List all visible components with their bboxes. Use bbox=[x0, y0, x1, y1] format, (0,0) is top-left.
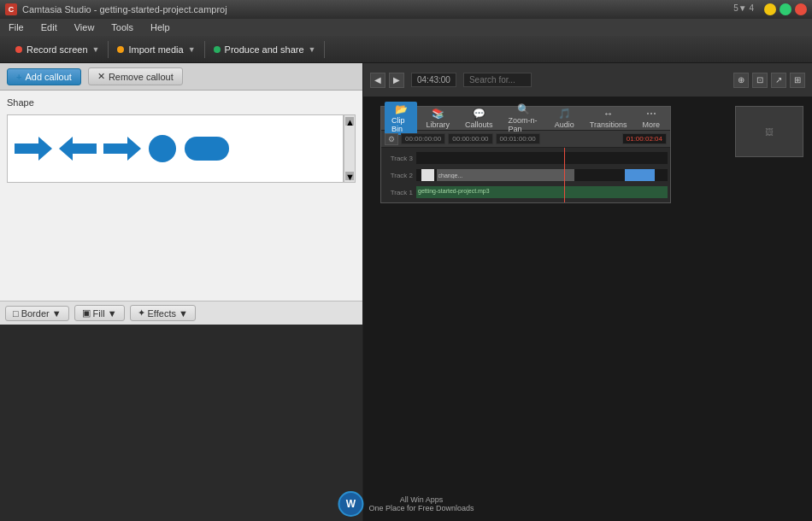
close-button[interactable] bbox=[795, 3, 807, 15]
menu-tools[interactable]: Tools bbox=[108, 20, 137, 34]
mini-ctrl-settings[interactable]: ⚙ bbox=[385, 133, 398, 145]
mini-track2-content: change... bbox=[416, 169, 668, 181]
callout-toolbar: + Add callout ✕ Remove callout bbox=[0, 63, 362, 91]
remove-callout-label: Remove callout bbox=[109, 72, 174, 82]
titlebar: C Camtasia Studio - getting-started-proj… bbox=[0, 0, 812, 19]
zoom-icon: 🔍 bbox=[517, 103, 530, 115]
mini-track3-content bbox=[416, 152, 668, 164]
effects-icon: ✦ bbox=[138, 307, 145, 319]
mini-time-start: 00:00:00:00 bbox=[401, 133, 445, 144]
main-toolbar: Record screen ▼ Import media ▼ Produce a… bbox=[0, 36, 812, 63]
mini-editor: 📂 Clip Bin 📚 Library 💬 Callouts 🔍 Zoom-n… bbox=[380, 106, 671, 203]
shape-circle[interactable] bbox=[148, 134, 177, 163]
format-toolbar: □ Border ▼ ▣ Fill ▼ ✦ Effects ▼ bbox=[0, 301, 362, 325]
watermark-logo: W bbox=[338, 491, 363, 517]
produce-share-button[interactable]: Produce and share ▼ bbox=[205, 41, 326, 58]
mini-tab-library[interactable]: 📚 Library bbox=[419, 106, 456, 131]
preview-forward-button[interactable]: ▶ bbox=[389, 73, 404, 88]
preview-icon4[interactable]: ⊞ bbox=[790, 73, 805, 88]
mini-track2-label: Track 2 bbox=[384, 172, 416, 179]
shape-grid bbox=[7, 114, 344, 183]
window-controls: 5▼ 4 bbox=[733, 3, 807, 15]
callouts-icon: 💬 bbox=[473, 108, 485, 120]
mini-track3-label: Track 3 bbox=[384, 155, 416, 162]
border-icon: □ bbox=[13, 308, 19, 319]
effects-button[interactable]: ✦ Effects ▼ bbox=[130, 305, 196, 321]
mini-track-3: Track 3 bbox=[384, 150, 668, 166]
border-button[interactable]: □ Border ▼ bbox=[5, 306, 69, 321]
window-size: 5▼ 4 bbox=[733, 3, 754, 15]
mini-tab-zoom[interactable]: 🔍 Zoom-n-Pan bbox=[502, 102, 546, 135]
scroll-up[interactable]: ▲ bbox=[345, 117, 354, 126]
import-media-button[interactable]: Import media ▼ bbox=[109, 41, 204, 58]
watermark-text: All Win AppsOne Place for Free Downloads bbox=[368, 495, 474, 512]
effects-arrow: ▼ bbox=[179, 308, 188, 319]
shape-scrollbar[interactable]: ▲ ▼ bbox=[344, 114, 356, 183]
maximize-button[interactable] bbox=[780, 3, 791, 15]
minimize-button[interactable] bbox=[764, 3, 776, 15]
menu-edit[interactable]: Edit bbox=[38, 20, 61, 34]
record-screen-button[interactable]: Record screen ▼ bbox=[7, 41, 109, 58]
mini-time-mid: 00:00:00:00 bbox=[448, 133, 492, 144]
left-panel: + Add callout ✕ Remove callout Shape bbox=[0, 63, 363, 521]
record-indicator bbox=[15, 46, 22, 53]
produce-share-label: Produce and share bbox=[225, 44, 304, 55]
preview-thumbnail: 🖼 bbox=[735, 106, 803, 157]
more-icon: ⋯ bbox=[646, 108, 656, 120]
shape-arrow-left[interactable] bbox=[59, 135, 97, 162]
mini-timeline-controls: ⚙ 00:00:00:00 00:00:00:00 00:01:00:00 01… bbox=[381, 131, 670, 148]
produce-indicator bbox=[214, 46, 221, 53]
mini-tab-callouts-label: Callouts bbox=[465, 120, 493, 129]
mini-clip-screen-label: change... bbox=[438, 173, 463, 179]
effects-label: Effects bbox=[148, 308, 176, 319]
mini-tab-callouts[interactable]: 💬 Callouts bbox=[458, 106, 500, 131]
menu-view[interactable]: View bbox=[71, 20, 98, 34]
svg-marker-2 bbox=[103, 137, 141, 161]
clip-bin-icon: 📂 bbox=[395, 103, 408, 115]
preview-icon3[interactable]: ↗ bbox=[771, 73, 786, 88]
plus-icon: + bbox=[16, 72, 21, 82]
preview-back-button[interactable]: ◀ bbox=[370, 73, 385, 88]
shape-arrow-right2[interactable] bbox=[103, 135, 141, 162]
mini-tab-clipbin[interactable]: 📂 Clip Bin bbox=[385, 102, 417, 135]
mini-clip-right bbox=[625, 169, 655, 181]
mini-tab-more-label: More bbox=[642, 120, 660, 129]
fill-icon: ▣ bbox=[82, 307, 91, 319]
preview-icon2[interactable]: ⊡ bbox=[752, 73, 768, 88]
mini-tab-more[interactable]: ⋯ More bbox=[635, 106, 667, 131]
preview-search-input[interactable] bbox=[463, 73, 532, 87]
app-icon: C bbox=[5, 3, 17, 15]
fill-button[interactable]: ▣ Fill ▼ bbox=[74, 305, 125, 321]
preview-action-icons: ⊕ ⊡ ↗ ⊞ bbox=[733, 73, 805, 88]
import-indicator bbox=[117, 46, 124, 53]
mini-tabs: 📂 Clip Bin 📚 Library 💬 Callouts 🔍 Zoom-n… bbox=[381, 107, 670, 131]
mini-clip-white bbox=[421, 169, 434, 181]
window-title: Camtasia Studio - getting-started-projec… bbox=[22, 4, 733, 15]
watermark: W All Win AppsOne Place for Free Downloa… bbox=[338, 491, 474, 517]
scroll-down[interactable]: ▼ bbox=[345, 172, 354, 180]
menu-help[interactable]: Help bbox=[147, 20, 174, 34]
preview-nav-controls: ◀ ▶ bbox=[370, 73, 404, 88]
shape-label: Shape bbox=[7, 97, 356, 108]
svg-marker-1 bbox=[59, 137, 97, 161]
remove-callout-button[interactable]: ✕ Remove callout bbox=[88, 67, 183, 85]
fill-arrow: ▼ bbox=[108, 308, 117, 319]
mini-tab-audio[interactable]: 🎵 Audio bbox=[548, 106, 581, 131]
add-callout-button[interactable]: + Add callout bbox=[7, 68, 81, 85]
record-arrow: ▼ bbox=[92, 45, 100, 54]
mini-tab-zoom-label: Zoom-n-Pan bbox=[509, 116, 539, 133]
library-icon: 📚 bbox=[432, 108, 444, 120]
preview-icon1[interactable]: ⊕ bbox=[733, 73, 749, 88]
remove-icon: ✕ bbox=[97, 71, 105, 82]
preview-screen: 📂 Clip Bin 📚 Library 💬 Callouts 🔍 Zoom-n… bbox=[363, 97, 812, 521]
svg-rect-4 bbox=[185, 137, 229, 161]
shape-pill[interactable] bbox=[184, 136, 230, 161]
shape-arrow-right[interactable] bbox=[15, 135, 52, 162]
audio-icon: 🎵 bbox=[558, 108, 571, 120]
menu-file[interactable]: File bbox=[5, 20, 27, 34]
mini-track1-filename: getting-started-project.mp3 bbox=[416, 186, 668, 196]
mini-track1-label: Track 1 bbox=[384, 189, 416, 196]
mini-track1-content: getting-started-project.mp3 bbox=[416, 186, 668, 198]
mini-tab-transitions[interactable]: ↔ Transitions bbox=[583, 106, 634, 131]
record-screen-label: Record screen bbox=[26, 44, 88, 55]
